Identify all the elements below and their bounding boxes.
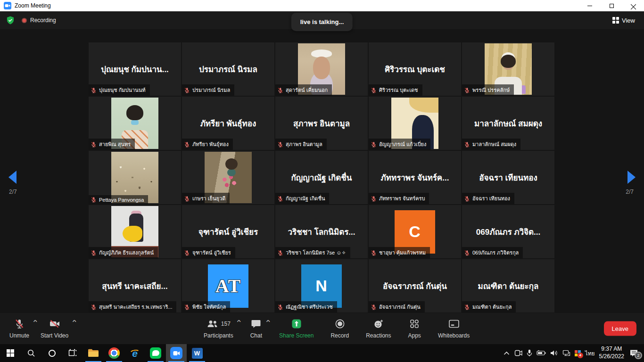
- minimize-button[interactable]: [579, 0, 601, 11]
- chat-bubble-icon: [250, 318, 262, 329]
- muted-mic-icon: [371, 304, 377, 310]
- participant-tile[interactable]: ภัททราพร จันทร์ค...ภัททราพร จันทร์ครบ: [369, 151, 461, 204]
- participant-tile[interactable]: อัจฉรา เทียนทองอัจฉรา เทียนทอง: [462, 151, 554, 204]
- clock-time: 9:37 AM: [599, 346, 624, 353]
- participant-tile[interactable]: ภัทรียา พันธุ์ทองภัทรียา พันธุ์ทอง: [182, 97, 274, 150]
- participant-name-label: พิชัย ใจทัศน์กุล: [182, 301, 230, 313]
- tray-battery-indicator[interactable]: [537, 350, 546, 356]
- participant-name-text: ปุณยนุช กัมปนานนท์: [99, 86, 146, 94]
- participant-tile[interactable]: กัญญาณัฐ เกิดชื่นกัญญาณัฐ เกิดชื่น: [275, 151, 368, 204]
- apps-button[interactable]: Apps: [403, 313, 427, 344]
- muted-mic-icon: [184, 141, 190, 148]
- language-indicator[interactable]: ไทย: [585, 349, 595, 358]
- tray-camera-indicator[interactable]: [514, 350, 522, 356]
- participant-name-label: Pettaya Panvongsa: [89, 195, 148, 204]
- tray-microphone-indicator[interactable]: [527, 349, 532, 357]
- previous-page-arrow[interactable]: [8, 171, 17, 184]
- participant-tile[interactable]: 069ภัณภร ภวิจิต...069ภัณภร ภวิจิตรกุล: [462, 205, 554, 258]
- internet-explorer-taskbar-item[interactable]: e: [124, 344, 145, 362]
- participant-name-text: อัจฉรา เทียนทอง: [472, 194, 510, 203]
- participant-display-name: มาลาลักษณ์ สมผดุง: [471, 117, 545, 130]
- chat-options-chevron[interactable]: ^: [266, 319, 270, 324]
- participant-tile[interactable]: กัญญ์ภิภัค ธีรแสงกุลรัตน์: [89, 205, 181, 258]
- word-icon: W: [192, 348, 203, 359]
- participant-tile[interactable]: อัจฉราภรณ์ กันตุ่นอัจฉราภรณ์ กันตุ่น: [369, 259, 461, 313]
- tray-network-indicator[interactable]: [562, 350, 570, 356]
- video-options-chevron[interactable]: ^: [72, 319, 76, 324]
- participant-tile[interactable]: อัญญาภรณ์ แก้วเบี่ยง: [369, 97, 461, 150]
- participant-tile[interactable]: ศิริวรรณ บุตะเดชศิริวรรณ บุตะเดช: [369, 42, 461, 96]
- task-view-button[interactable]: [62, 344, 83, 362]
- participant-tile[interactable]: สุดารัตน์ เคี่ยมนอก: [275, 42, 368, 96]
- reactions-button[interactable]: Reactions: [360, 313, 396, 344]
- zoom-taskbar-item[interactable]: [166, 344, 187, 362]
- notification-count-badge: 2: [635, 352, 642, 359]
- muted-mic-icon: [464, 87, 470, 93]
- participant-tile[interactable]: Pettaya Panvongsa: [89, 151, 181, 204]
- participant-display-name: ปรมาภรณ์ นิรมล: [196, 63, 260, 75]
- taskbar-clock[interactable]: 9:37 AM 5/26/2022: [599, 346, 624, 360]
- start-button[interactable]: [0, 344, 21, 362]
- participant-name-label: 069ภัณภร ภวิจิตรกุล: [462, 247, 523, 258]
- participant-tile[interactable]: สุนทรี นาคะเสถีย...สุนทรี นาคะเสถียร ร.พ…: [89, 259, 181, 313]
- chat-button[interactable]: ^ Chat: [245, 313, 268, 344]
- participant-tile[interactable]: ATพิชัย ใจทัศน์กุล: [182, 259, 274, 313]
- notification-center-button[interactable]: 2: [629, 349, 638, 357]
- view-label: View: [622, 17, 635, 24]
- participant-tile[interactable]: มณฑิตา ต้นยะกุลมณฑิตา ต้นยะกุล: [462, 259, 554, 313]
- participant-name-text: มาลาลักษณ์ สมผดุง: [472, 140, 516, 148]
- record-button[interactable]: Record: [325, 313, 355, 344]
- participant-tile[interactable]: ปุณยนุช กัมปนาน...ปุณยนุช กัมปนานนท์: [89, 42, 181, 96]
- tray-volume-indicator[interactable]: [550, 350, 558, 356]
- chat-label: Chat: [250, 332, 262, 339]
- recording-dot-icon: [22, 18, 27, 23]
- participant-tile[interactable]: Cชาอุษา คุ้มแก้วพรหม: [369, 205, 461, 258]
- participant-display-name: จุฑารัตน์ อู่วิเชียร: [196, 225, 261, 238]
- participant-tile[interactable]: จุฑารัตน์ อู่วิเชียรจุฑารัตน์ อู่วิเชียร: [182, 205, 274, 258]
- muted-mic-icon: [277, 141, 283, 148]
- taskbar-search-button[interactable]: [21, 344, 41, 362]
- participant-name-label: ณัฏฐณิชา ศรีประเวช: [275, 301, 337, 313]
- participants-options-chevron[interactable]: ^: [237, 319, 241, 324]
- close-icon: [631, 3, 636, 8]
- unmute-button[interactable]: ^ Unmute: [4, 313, 35, 344]
- participant-name-text: ศิริวรรณ บุตะเดช: [379, 86, 418, 94]
- participant-display-name: ศิริวรรณ บุตะเดช: [382, 63, 448, 75]
- apps-icon: [409, 318, 420, 329]
- view-button[interactable]: View: [610, 15, 638, 26]
- participant-tile[interactable]: ปรมาภรณ์ นิรมลปรมาภรณ์ นิรมล: [182, 42, 274, 96]
- next-page-arrow[interactable]: [627, 171, 636, 184]
- chrome-taskbar-item[interactable]: [104, 344, 124, 362]
- whiteboards-button[interactable]: Whiteboards: [432, 313, 475, 344]
- page-indicator-left: 2/7: [9, 189, 17, 195]
- participant-name-text: มณฑิตา ต้นยะกุล: [472, 303, 512, 311]
- line-bubble-shape: [152, 350, 159, 356]
- participants-button[interactable]: 157 ^ Participants: [198, 313, 239, 344]
- participants-count: 157: [221, 321, 231, 327]
- participant-name-label: สุดารัตน์ เคี่ยมนอก: [275, 84, 332, 96]
- participant-name-label: สุภาพร อินตามูล: [275, 139, 327, 150]
- file-explorer-taskbar-item[interactable]: [83, 344, 104, 362]
- minimize-icon: [587, 6, 592, 6]
- participant-name-text: สุนทรี นาคะเสถียร ร.พ.เทพธาริ...: [99, 303, 172, 311]
- tray-app-with-badge[interactable]: 4: [575, 350, 581, 356]
- participant-name-label: พรรณี ปรรคลักษ์: [462, 84, 514, 96]
- close-button[interactable]: [622, 0, 644, 11]
- cortana-button[interactable]: [41, 344, 62, 362]
- participant-tile[interactable]: สายพิณ สุนทร: [89, 97, 181, 150]
- participant-tile[interactable]: เกษรา เย็นยุวดี: [182, 151, 274, 204]
- line-taskbar-item[interactable]: [145, 344, 166, 362]
- participant-tile[interactable]: สุภาพร อินตามูลสุภาพร อินตามูล: [275, 97, 368, 150]
- participant-tile[interactable]: Nณัฏฐณิชา ศรีประเวช: [275, 259, 368, 313]
- meeting-toolbar: ^ Unmute ^ Start Video: [0, 313, 644, 344]
- word-taskbar-item[interactable]: W: [187, 344, 207, 362]
- tray-expand-chevron[interactable]: [504, 351, 510, 355]
- maximize-button[interactable]: [601, 0, 622, 11]
- share-screen-button[interactable]: Share Screen: [273, 313, 319, 344]
- participant-tile[interactable]: มาลาลักษณ์ สมผดุงมาลาลักษณ์ สมผดุง: [462, 97, 554, 150]
- participant-tile[interactable]: พรรณี ปรรคลักษ์: [462, 42, 554, 96]
- encryption-shield-icon[interactable]: [6, 16, 15, 25]
- start-video-button[interactable]: ^ Start Video: [35, 313, 74, 344]
- leave-button[interactable]: Leave: [604, 321, 636, 336]
- participant-tile[interactable]: วริชชา โลกนิมิตร...วริชชา โลกนิมิตร 7se …: [275, 205, 368, 258]
